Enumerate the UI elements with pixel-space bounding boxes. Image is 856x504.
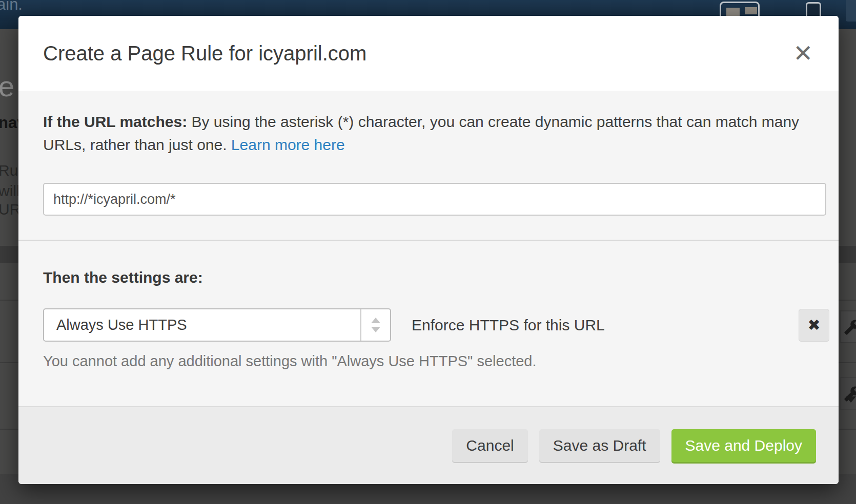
arrow-up-icon xyxy=(371,318,380,323)
setting-description: Enforce HTTPS for this URL xyxy=(412,317,605,334)
settings-heading: Then the settings are: xyxy=(43,269,829,286)
wrench-icon xyxy=(840,377,856,410)
create-page-rule-dialog: Create a Page Rule for icyapril.com ✕ If… xyxy=(18,16,839,484)
settings-section: Then the settings are: Always Use HTTPS … xyxy=(18,241,839,406)
url-pattern-input[interactable] xyxy=(43,183,826,216)
save-as-draft-button[interactable]: Save as Draft xyxy=(539,429,660,462)
select-stepper-icon[interactable] xyxy=(360,309,390,341)
dialog-header: Create a Page Rule for icyapril.com ✕ xyxy=(18,16,839,91)
url-match-description: If the URL matches: By using the asteris… xyxy=(43,110,802,156)
setting-select[interactable]: Always Use HTTPS xyxy=(43,308,391,342)
url-match-section: If the URL matches: By using the asteris… xyxy=(18,91,839,241)
screen: ain. e nav Ru will UR Create a Page Rule… xyxy=(0,0,856,504)
chevron-down-icon xyxy=(846,396,856,403)
background-navbar-text-fragment: ain. xyxy=(0,0,23,14)
cancel-button[interactable]: Cancel xyxy=(452,429,527,462)
learn-more-link[interactable]: Learn more here xyxy=(231,136,345,153)
settings-note: You cannot add any additional settings w… xyxy=(43,353,829,370)
background-text-fragment: e xyxy=(0,70,14,103)
background-text-fragment: will xyxy=(0,182,20,200)
setting-row: Always Use HTTPS Enforce HTTPS for this … xyxy=(43,308,829,342)
remove-setting-button[interactable]: ✖ xyxy=(799,309,829,342)
arrow-down-icon xyxy=(371,327,380,332)
url-match-label: If the URL matches: xyxy=(43,113,187,130)
dialog-title: Create a Page Rule for icyapril.com xyxy=(43,42,366,65)
close-icon[interactable]: ✕ xyxy=(792,41,814,65)
dialog-footer: Cancel Save as Draft Save and Deploy xyxy=(18,406,839,484)
wrench-icon xyxy=(840,310,856,343)
save-and-deploy-button[interactable]: Save and Deploy xyxy=(671,429,817,462)
background-text-fragment: UR xyxy=(0,201,21,218)
setting-select-value: Always Use HTTPS xyxy=(44,317,360,333)
navbar-icon-fragment-right xyxy=(846,0,856,22)
background-text-fragment: Ru xyxy=(0,162,18,179)
